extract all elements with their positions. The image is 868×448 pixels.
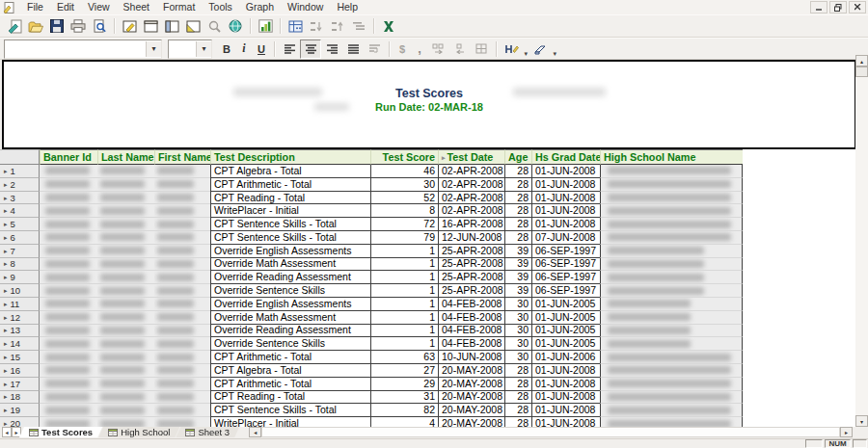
- redacted-high-school-cell[interactable]: [600, 417, 743, 427]
- redacted-banner-id-cell[interactable]: [40, 351, 97, 364]
- open-button[interactable]: [25, 16, 46, 36]
- test-score-cell[interactable]: 79: [370, 231, 438, 245]
- test-score-cell[interactable]: 72: [370, 218, 438, 231]
- redacted-banner-id-cell[interactable]: [40, 364, 97, 378]
- redacted-last-name-cell[interactable]: [97, 271, 154, 284]
- redacted-last-name-cell[interactable]: [97, 337, 154, 351]
- test-description-cell[interactable]: CPT Arithmetic - Total: [210, 178, 370, 192]
- redacted-first-name-cell[interactable]: [154, 337, 210, 351]
- redacted-first-name-cell[interactable]: [154, 325, 210, 338]
- vertical-scroll-thumb[interactable]: [855, 66, 868, 77]
- test-score-cell[interactable]: 30: [370, 178, 438, 192]
- redacted-first-name-cell[interactable]: [154, 404, 210, 417]
- redacted-high-school-cell[interactable]: [600, 204, 743, 218]
- age-cell[interactable]: 28: [504, 192, 531, 205]
- test-date-cell[interactable]: 02-APR-2008: [438, 204, 504, 218]
- header-test-date[interactable]: Test Date: [438, 149, 504, 165]
- test-description-cell[interactable]: Override Reading Assessment: [210, 325, 370, 338]
- redacted-last-name-cell[interactable]: [97, 404, 154, 417]
- align-justify-button[interactable]: [342, 40, 364, 59]
- redacted-first-name-cell[interactable]: [154, 165, 210, 178]
- comma-style-button[interactable]: [411, 40, 428, 59]
- redacted-last-name-cell[interactable]: [97, 192, 154, 205]
- redacted-banner-id-cell[interactable]: [40, 284, 97, 298]
- test-score-cell[interactable]: 4: [370, 417, 438, 427]
- drill-button[interactable]: [501, 40, 522, 59]
- test-description-cell[interactable]: Override Sentence Skills: [210, 337, 370, 351]
- age-cell[interactable]: 30: [504, 325, 531, 338]
- hs-grad-date-cell[interactable]: 07-JUN-2008: [531, 231, 600, 245]
- redacted-first-name-cell[interactable]: [154, 231, 210, 245]
- redacted-banner-id-cell[interactable]: [40, 391, 97, 405]
- test-score-cell[interactable]: 1: [370, 311, 438, 325]
- test-date-cell[interactable]: 20-MAY-2008: [438, 404, 504, 417]
- test-score-cell[interactable]: 63: [370, 351, 438, 364]
- menu-edit[interactable]: Edit: [50, 0, 81, 14]
- tab-sheet-3[interactable]: Sheet 3: [176, 427, 239, 437]
- menu-graph[interactable]: Graph: [239, 0, 281, 14]
- redacted-high-school-cell[interactable]: [600, 391, 743, 405]
- redacted-high-school-cell[interactable]: [600, 378, 743, 391]
- test-score-cell[interactable]: 1: [370, 337, 438, 351]
- test-date-cell[interactable]: 16-APR-2008: [438, 218, 504, 231]
- chart-button[interactable]: [255, 16, 276, 36]
- redacted-banner-id-cell[interactable]: [40, 231, 97, 245]
- age-cell[interactable]: 28: [504, 204, 531, 218]
- sort-ascending-button[interactable]: [306, 16, 327, 36]
- age-cell[interactable]: 28: [504, 364, 531, 378]
- format-eraser-button[interactable]: [529, 40, 551, 59]
- test-date-cell[interactable]: 02-APR-2008: [438, 165, 504, 178]
- age-cell[interactable]: 28: [504, 404, 531, 417]
- tab-scroll-left-icon[interactable]: [2, 427, 12, 437]
- test-score-cell[interactable]: 52: [370, 192, 438, 205]
- header-test-score[interactable]: Test Score: [370, 149, 438, 165]
- tab-high-school[interactable]: High School: [98, 427, 179, 437]
- row-number[interactable]: 16: [0, 364, 40, 378]
- redacted-banner-id-cell[interactable]: [40, 325, 97, 338]
- tab-scroll-right-icon[interactable]: [12, 427, 21, 437]
- redacted-last-name-cell[interactable]: [97, 258, 154, 272]
- print-button[interactable]: [68, 16, 89, 36]
- hs-grad-date-cell[interactable]: 01-JUN-2008: [531, 204, 600, 218]
- hs-grad-date-cell[interactable]: 01-JUN-2008: [531, 165, 600, 178]
- test-score-cell[interactable]: 1: [370, 298, 438, 311]
- horizontal-scroll-track[interactable]: [261, 427, 840, 437]
- test-score-cell[interactable]: 31: [370, 391, 438, 405]
- redacted-last-name-cell[interactable]: [97, 311, 154, 325]
- menu-format[interactable]: Format: [156, 0, 202, 14]
- row-number[interactable]: 7: [0, 245, 40, 258]
- menu-tools[interactable]: Tools: [202, 0, 239, 14]
- redacted-first-name-cell[interactable]: [154, 311, 210, 325]
- redacted-first-name-cell[interactable]: [154, 204, 210, 218]
- row-number[interactable]: 12: [0, 311, 40, 325]
- redacted-first-name-cell[interactable]: [154, 364, 210, 378]
- test-description-cell[interactable]: Override Math Assessment: [210, 258, 370, 272]
- test-description-cell[interactable]: CPT Reading - Total: [210, 192, 370, 205]
- redacted-banner-id-cell[interactable]: [40, 404, 97, 417]
- redacted-last-name-cell[interactable]: [97, 218, 154, 231]
- save-button[interactable]: [46, 16, 68, 36]
- header-first-name[interactable]: First Name: [154, 149, 210, 165]
- age-cell[interactable]: 30: [504, 311, 531, 325]
- row-number[interactable]: 5: [0, 218, 40, 231]
- currency-button[interactable]: [393, 40, 411, 59]
- row-number[interactable]: 19: [0, 404, 40, 417]
- row-number[interactable]: 3: [0, 192, 40, 205]
- test-date-cell[interactable]: 04-FEB-2008: [438, 298, 504, 311]
- test-date-cell[interactable]: 12-JUN-2008: [438, 231, 504, 245]
- redacted-last-name-cell[interactable]: [97, 378, 154, 391]
- redacted-last-name-cell[interactable]: [97, 325, 154, 338]
- hs-grad-date-cell[interactable]: 01-JUN-2005: [531, 337, 600, 351]
- redacted-last-name-cell[interactable]: [97, 178, 154, 192]
- age-cell[interactable]: 28: [504, 378, 531, 391]
- redacted-first-name-cell[interactable]: [154, 378, 210, 391]
- redacted-first-name-cell[interactable]: [154, 391, 210, 405]
- align-left-button[interactable]: [279, 40, 300, 59]
- redacted-last-name-cell[interactable]: [97, 364, 154, 378]
- redacted-last-name-cell[interactable]: [97, 231, 154, 245]
- redacted-banner-id-cell[interactable]: [40, 417, 97, 427]
- tab-test-scores[interactable]: Test Scores: [19, 427, 102, 437]
- text-wrap-button[interactable]: [364, 40, 385, 59]
- redacted-high-school-cell[interactable]: [600, 364, 743, 378]
- test-description-cell[interactable]: Override Sentence Skills: [210, 284, 370, 298]
